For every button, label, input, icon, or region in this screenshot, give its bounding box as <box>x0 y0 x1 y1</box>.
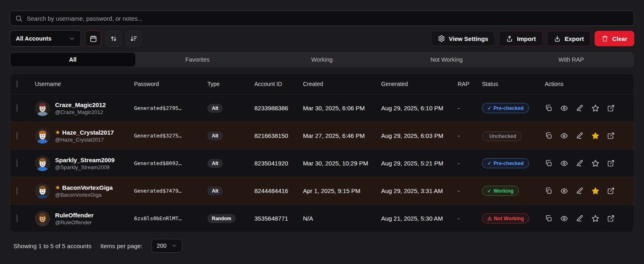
star-icon[interactable] <box>591 132 599 140</box>
table-row: ★ Sparkly_Stream2009 @Sparkly_Stream2009… <box>10 149 634 177</box>
view-settings-button[interactable]: View Settings <box>431 31 495 46</box>
sort-direction-button[interactable] <box>105 30 122 47</box>
col-username: Username <box>35 81 134 87</box>
showing-count-text: Showing 1 to 5 of 5 accounts <box>13 243 92 249</box>
gear-icon <box>438 35 445 42</box>
status-badge: ✓ Working <box>482 186 519 196</box>
row-checkbox[interactable] <box>17 215 17 222</box>
tab-all[interactable]: All <box>11 53 135 67</box>
star-icon[interactable] <box>591 187 599 195</box>
external-link-icon[interactable] <box>607 104 615 112</box>
eye-icon[interactable] <box>560 104 568 112</box>
col-actions: Actions <box>542 81 627 87</box>
username-cell: ★ RuleOffender @RuleOffender <box>35 211 134 226</box>
edit-icon[interactable] <box>576 104 584 112</box>
username-cell: ★ Haze_Crystal2017 @Haze_Crystal2017 <box>35 128 134 144</box>
row-actions <box>542 187 627 195</box>
col-status: Status <box>482 81 542 87</box>
table-header-row: Username Password Type Account ID Create… <box>10 74 634 94</box>
created-text: Apr 1, 2025, 9:15 PM <box>303 187 381 194</box>
edit-icon[interactable] <box>576 215 584 222</box>
clear-label: Clear <box>612 35 627 42</box>
created-text: Mar 30, 2025, 10:29 PM <box>303 160 381 167</box>
calendar-icon <box>90 35 97 43</box>
eye-icon[interactable] <box>560 132 568 140</box>
search-bar <box>10 11 634 26</box>
status-filter-tabs: All Favorites Working Not Working With R… <box>10 52 634 67</box>
sort-order-button[interactable] <box>126 30 142 47</box>
favorite-star-icon: ★ <box>55 185 60 190</box>
generated-text: Aug 21, 2025, 5:30 AM <box>381 215 458 222</box>
external-link-icon[interactable] <box>607 215 615 222</box>
edit-icon[interactable] <box>576 132 584 140</box>
search-input[interactable] <box>27 15 629 22</box>
star-icon[interactable] <box>591 159 599 167</box>
tab-with-rap[interactable]: With RAP <box>509 53 633 67</box>
external-link-icon[interactable] <box>607 159 615 167</box>
edit-icon[interactable] <box>576 187 584 195</box>
row-actions <box>542 159 627 167</box>
row-checkbox[interactable] <box>17 159 17 167</box>
generated-text: Aug 29, 2025, 3:31 AM <box>381 187 458 194</box>
account-filter-dropdown[interactable]: All Accounts <box>10 30 81 47</box>
copy-icon[interactable] <box>545 187 552 195</box>
export-label: Export <box>565 35 584 42</box>
status-label: Working <box>493 188 514 194</box>
items-per-page-select[interactable]: 200 <box>151 239 182 253</box>
avatar <box>35 128 50 144</box>
rap-text: - <box>458 132 482 139</box>
star-icon[interactable] <box>591 104 599 112</box>
username-text: BaconVortexGiga <box>62 184 113 191</box>
username-handle: @Sparkly_Stream2009 <box>55 164 115 170</box>
status-label: Pre-checked <box>493 105 523 111</box>
username-text: Sparkly_Stream2009 <box>55 157 115 163</box>
download-icon <box>554 35 561 42</box>
row-checkbox[interactable] <box>17 132 17 140</box>
eye-icon[interactable] <box>560 215 568 223</box>
rap-text: - <box>458 160 482 167</box>
col-type: Type <box>207 81 254 87</box>
row-checkbox[interactable] <box>17 187 17 195</box>
row-checkbox[interactable] <box>17 104 17 112</box>
account-id-text: 8244484416 <box>254 187 303 194</box>
copy-icon[interactable] <box>545 159 552 167</box>
clear-button[interactable]: Clear <box>595 31 634 46</box>
eye-icon[interactable] <box>560 187 568 195</box>
external-link-icon[interactable] <box>607 187 615 195</box>
status-label: Not Working <box>494 216 524 221</box>
edit-icon[interactable] <box>576 159 584 167</box>
avatar <box>35 211 50 226</box>
date-filter-button[interactable] <box>85 30 101 47</box>
table-row: ★ Craze_Magic2012 @Craze_Magic2012 Gener… <box>10 94 634 122</box>
star-icon[interactable] <box>591 215 599 223</box>
tab-not-working[interactable]: Not Working <box>384 53 509 67</box>
import-label: Import <box>517 35 536 42</box>
copy-icon[interactable] <box>545 215 552 222</box>
export-button[interactable]: Export <box>547 31 591 46</box>
generated-text: Aug 29, 2025, 6:03 PM <box>381 132 458 139</box>
status-badge: Unchecked <box>482 131 522 141</box>
import-button[interactable]: Import <box>499 31 543 46</box>
status-badge: ✓ Pre-checked <box>482 158 529 168</box>
created-text: Mar 27, 2025, 6:46 PM <box>303 132 381 139</box>
account-id-text: 8233988386 <box>254 105 303 112</box>
table-row: ★ BaconVortexGiga @BaconVortexGiga Gener… <box>10 177 634 204</box>
upload-icon <box>506 35 513 42</box>
avatar <box>35 183 50 199</box>
row-actions <box>542 104 627 112</box>
tab-favorites[interactable]: Favorites <box>135 53 260 67</box>
row-actions <box>542 132 627 140</box>
external-link-icon[interactable] <box>607 132 615 140</box>
rap-text: - <box>458 215 482 222</box>
eye-icon[interactable] <box>560 159 568 167</box>
copy-icon[interactable] <box>545 104 552 112</box>
trash-icon <box>601 35 608 42</box>
select-all-checkbox[interactable] <box>17 80 17 88</box>
status-icon: ✓ <box>487 188 491 194</box>
account-id-text: 8216638150 <box>254 132 303 139</box>
view-settings-label: View Settings <box>449 35 488 42</box>
copy-icon[interactable] <box>545 132 552 140</box>
accounts-table: Username Password Type Account ID Create… <box>10 73 634 232</box>
password-text: 6zx8ls0bEnRlMT… <box>134 215 207 221</box>
tab-working[interactable]: Working <box>260 53 384 67</box>
